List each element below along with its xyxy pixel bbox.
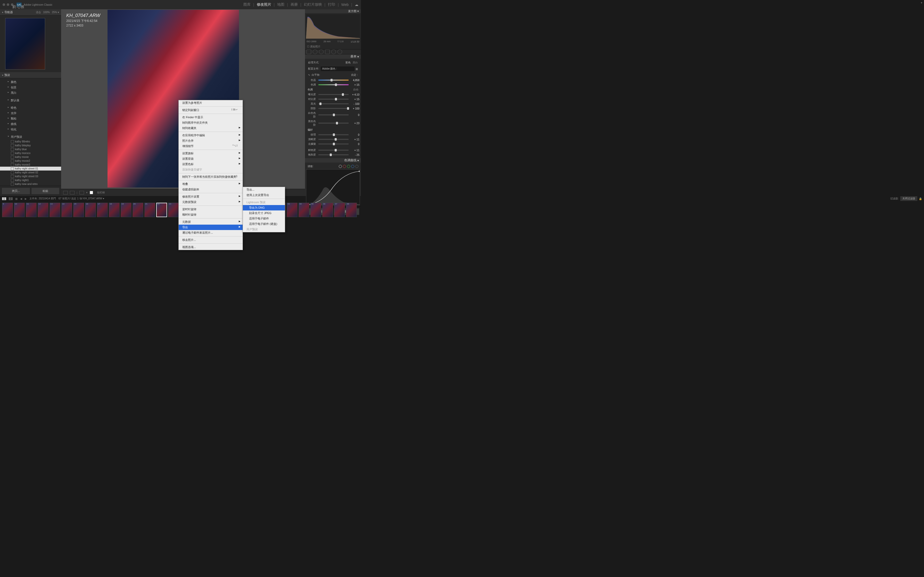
- preset-item[interactable]: kathy 90retro: [0, 140, 61, 143]
- filmstrip-thumb[interactable]: 33: [287, 203, 297, 217]
- filmstrip-thumb[interactable]: 35: [310, 203, 321, 217]
- mod-map[interactable]: 地图: [275, 2, 286, 7]
- filmstrip-thumb[interactable]: 21: [144, 203, 155, 217]
- slider-exposure[interactable]: 曝光度+ 4.10: [307, 92, 359, 97]
- mod-print[interactable]: 打印: [326, 2, 337, 7]
- preset-item[interactable]: kathy now and retro: [0, 182, 61, 186]
- preset-defaults[interactable]: 默认值: [0, 98, 61, 103]
- slider-shadows[interactable]: 阴影+ 100: [307, 106, 359, 111]
- status-folder[interactable]: 文件夹: 20210414 西門: [29, 197, 56, 200]
- slider-tint[interactable]: 色调+ 15: [307, 82, 359, 87]
- nav-fwd-icon[interactable]: ▶: [25, 197, 27, 200]
- slider-temp[interactable]: 色温4,858: [307, 78, 359, 82]
- window-controls[interactable]: [3, 3, 13, 6]
- original-photo-toggle[interactable]: 原始照片: [305, 44, 361, 49]
- filmstrip-thumb[interactable]: 19: [121, 203, 131, 217]
- ctx-edit-in[interactable]: 在应用程序中编辑▶: [179, 133, 242, 138]
- filmstrip-thumb[interactable]: 17: [97, 203, 108, 217]
- slider-highlights[interactable]: 高光- 100: [307, 102, 359, 106]
- ctx-meta-preset[interactable]: 元数据预设▶: [179, 199, 242, 205]
- crop-tool-icon[interactable]: [307, 50, 311, 54]
- filmstrip-thumb[interactable]: 10: [14, 203, 25, 217]
- paste-button[interactable]: 粘贴: [31, 187, 60, 195]
- slider-saturation[interactable]: 饱和度- 25: [307, 153, 359, 157]
- slider-whites[interactable]: 白色色阶0: [307, 111, 359, 119]
- filmstrip-thumb[interactable]: 20: [132, 203, 143, 217]
- copy-button[interactable]: 拷贝...: [2, 187, 30, 195]
- preset-item[interactable]: kathy biteplay: [0, 143, 61, 147]
- preset-item[interactable]: kathy night street 01: [0, 167, 61, 171]
- mod-book[interactable]: 画册: [289, 2, 300, 7]
- filmstrip-thumb[interactable]: 38: [346, 203, 357, 217]
- ctx-set-reference[interactable]: 设置为参考照片: [179, 100, 242, 106]
- preset-group[interactable]: 光学: [0, 111, 61, 116]
- ctx-goto-folder[interactable]: 转到图库中的文件夹: [179, 120, 242, 126]
- ctx-rotate-ccw[interactable]: 逆时针旋转: [179, 206, 242, 212]
- preset-item[interactable]: kathy movie: [0, 155, 61, 159]
- tone-curve[interactable]: [306, 169, 360, 205]
- ctx-dev-settings[interactable]: 修改照片设置▶: [179, 194, 242, 199]
- preset-item[interactable]: kathy movie2: [0, 159, 61, 163]
- curve-green-icon[interactable]: [347, 165, 350, 168]
- mod-slideshow[interactable]: 幻灯片放映: [302, 2, 324, 7]
- ctx-next-quick[interactable]: 转到下一张并将当前照片添加到快捷收藏夹⇧B: [179, 174, 242, 179]
- slider-texture[interactable]: 纹理0: [307, 132, 359, 137]
- preset-item[interactable]: kathy night1: [0, 178, 61, 182]
- grid-icon[interactable]: ▦: [15, 197, 18, 200]
- page-1[interactable]: 1: [2, 197, 6, 200]
- mod-develop[interactable]: 修改照片: [255, 2, 273, 7]
- curve-point-icon[interactable]: [339, 165, 342, 168]
- filmstrip-thumb[interactable]: 18: [109, 203, 120, 217]
- sub-for-email[interactable]: 适用于电子邮件: [243, 216, 285, 221]
- preset-group[interactable]: 锐化: [0, 127, 61, 132]
- sub-for-email-hd[interactable]: 适用于电子邮件 (硬盘): [243, 221, 285, 226]
- ctx-goto-collection[interactable]: 转到收藏夹▶: [179, 126, 242, 131]
- slider-dehaze[interactable]: 去朦胧0: [307, 142, 359, 146]
- preset-group[interactable]: 暗色: [0, 105, 61, 111]
- ctx-enhance[interactable]: 增强细节^⌥I: [179, 143, 242, 149]
- histogram[interactable]: [306, 14, 360, 39]
- ctx-set-rating[interactable]: 设置星级▶: [179, 156, 242, 161]
- mod-web[interactable]: Web: [339, 3, 351, 7]
- preset-item[interactable]: kathy night street 03: [0, 174, 61, 178]
- redeye-tool-icon[interactable]: [319, 50, 323, 54]
- close-dot[interactable]: [3, 3, 5, 6]
- radial-tool-icon[interactable]: [331, 50, 336, 54]
- loupe-view-icon[interactable]: [63, 191, 68, 195]
- ctx-merge[interactable]: 照片合并▶: [179, 138, 242, 143]
- filmstrip-thumb[interactable]: 9: [2, 203, 13, 217]
- treatment-color[interactable]: 彩色: [346, 61, 351, 64]
- filmstrip-thumb[interactable]: 13: [50, 203, 60, 217]
- preset-group[interactable]: 创意: [0, 85, 61, 90]
- spot-tool-icon[interactable]: [313, 50, 317, 54]
- ctx-stack[interactable]: 堆叠▶: [179, 181, 242, 187]
- softproof-checkbox[interactable]: [90, 191, 93, 194]
- ctx-set-flag[interactable]: 设置旗标▶: [179, 151, 242, 156]
- tonecurve-header[interactable]: 色调曲线 ▾: [305, 158, 361, 163]
- min-dot[interactable]: [7, 3, 9, 6]
- nav-back-icon[interactable]: ◀: [20, 197, 22, 200]
- brush-tool-icon[interactable]: [338, 50, 342, 54]
- preset-group[interactable]: 颗粒: [0, 116, 61, 121]
- ctx-rotate-cw[interactable]: 顺时针旋转: [179, 212, 242, 218]
- ctx-set-label[interactable]: 设置色标▶: [179, 161, 242, 167]
- sub-export[interactable]: 导出...: [243, 187, 285, 192]
- cloud-icon[interactable]: ☁: [355, 3, 359, 7]
- eyedropper-icon[interactable]: ✎: [308, 74, 310, 76]
- gradient-tool-icon[interactable]: [325, 50, 330, 54]
- curve-blue-icon[interactable]: [351, 165, 354, 168]
- profile-row[interactable]: 配置文件: Adobe 颜色 : ▦: [307, 65, 359, 72]
- preset-item[interactable]: kathy moroco: [0, 151, 61, 155]
- sub-export-prev[interactable]: 使用上次设置导出: [243, 192, 285, 198]
- slider-vibrance[interactable]: 鲜艳度+ 11: [307, 148, 359, 153]
- histogram-header[interactable]: 直方图 ▾: [305, 9, 361, 13]
- filmstrip-thumb[interactable]: 23: [168, 203, 179, 217]
- preset-item[interactable]: kathy night street 02: [0, 171, 61, 174]
- ctx-export[interactable]: 导出▶: [179, 225, 242, 226]
- filmstrip-thumb[interactable]: 12: [38, 203, 48, 217]
- ctx-show-finder[interactable]: 在 Finder 中显示: [179, 114, 242, 120]
- basic-panel-header[interactable]: 基本 ▾: [305, 54, 361, 59]
- filmstrip-thumb[interactable]: 34: [299, 203, 309, 217]
- filmstrip-thumb[interactable]: 14: [61, 203, 72, 217]
- filmstrip-thumb[interactable]: 15: [73, 203, 84, 217]
